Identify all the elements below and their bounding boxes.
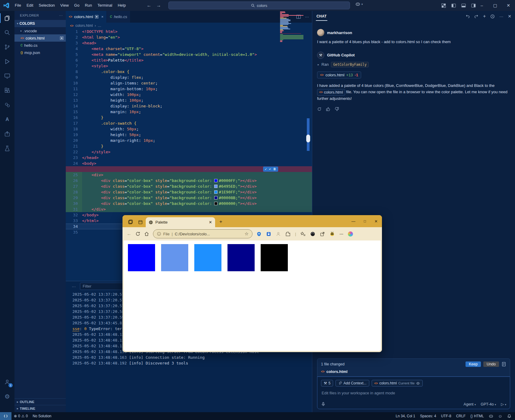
current-file-chip[interactable]: <> colors.html Current file <box>372 380 423 387</box>
redo-icon[interactable] <box>474 14 478 18</box>
collections-icon[interactable] <box>310 231 315 237</box>
minimap[interactable] <box>280 11 304 44</box>
code-line-5[interactable]: 5 <meta name="viewport" content="width=d… <box>66 52 312 57</box>
activity-azure-icon[interactable]: A <box>0 112 14 127</box>
settings-gear-icon[interactable]: ⚙ <box>0 389 14 404</box>
code-line-29[interactable]: 29 <div class="color-box" style="backgro… <box>66 195 312 201</box>
browser-maximize-button[interactable]: □ <box>364 219 366 223</box>
menu-run[interactable]: Run <box>82 0 95 11</box>
code-line-7[interactable]: 7 <style> <box>66 63 312 69</box>
thumbs-up-icon[interactable] <box>326 107 330 111</box>
inline-file-chip[interactable]: <>colors.html <box>317 89 345 96</box>
tab-close-icon[interactable]: × <box>101 14 104 19</box>
code-line-14[interactable]: 14 display: inline-block; <box>66 103 312 109</box>
chat-input-box[interactable]: ⚒ 5 Add Context... <> colors.html Curren… <box>317 377 510 409</box>
code-line-13[interactable]: 13 height: 100px; <box>66 97 312 103</box>
accounts-icon[interactable]: 1 <box>0 375 14 389</box>
activity-remote-explorer-icon[interactable] <box>0 69 14 83</box>
retry-icon[interactable] <box>317 107 322 111</box>
add-context-chip[interactable]: Add Context... <box>335 380 369 387</box>
command-center-search[interactable]: colors <box>168 2 350 9</box>
code-line-11[interactable]: 11 margin-bottom: 10px; <box>66 86 312 92</box>
code-line-4[interactable]: 4 <meta charset="UTF-8"> <box>66 46 312 52</box>
editor-more-actions-icon[interactable]: ··· <box>305 14 309 19</box>
profile-extension-icon[interactable] <box>276 231 281 237</box>
menu-go[interactable]: Go <box>72 0 82 11</box>
breadcrumb[interactable]: <> colors.html › … <box>66 23 312 29</box>
language-mode[interactable]: {}HTML <box>468 414 486 418</box>
undo-icon[interactable] <box>466 14 470 18</box>
shield-extension-icon[interactable] <box>256 231 262 237</box>
tab-chat[interactable]: CHAT <box>316 12 327 21</box>
activity-deploy-icon[interactable] <box>0 127 14 141</box>
code-line-3[interactable]: 3<head> <box>66 40 312 46</box>
activity-source-control-icon[interactable] <box>0 40 14 54</box>
activity-search-icon[interactable] <box>0 25 14 40</box>
code-line-18[interactable]: 18 width: 50px; <box>66 126 312 132</box>
changed-file-row[interactable]: <> colors.html <box>321 369 506 374</box>
code-line-10[interactable]: 10 align-items: center; <box>66 80 312 86</box>
solution-status[interactable]: No Solution <box>30 414 54 418</box>
color-chip[interactable] <box>214 196 218 199</box>
code-line-27[interactable]: 27 <div class="color-box" style="backgro… <box>66 183 312 189</box>
code-line-6[interactable]: 6 <title>Palette</title> <box>66 57 312 63</box>
copilot-status-icon[interactable] <box>486 414 496 418</box>
window-close-button[interactable]: ✕ <box>502 0 515 11</box>
menu-help[interactable]: Help <box>115 0 129 11</box>
encoding[interactable]: UTF-8 <box>439 414 454 418</box>
timeline-section[interactable]: ▸ TIMELINE <box>14 405 66 412</box>
thumbs-down-icon[interactable] <box>335 107 339 111</box>
puzzle-extension-icon[interactable] <box>285 231 291 237</box>
color-chip[interactable] <box>214 202 218 205</box>
code-line-8[interactable]: 8 .color-box { <box>66 69 312 75</box>
password-manager-icon[interactable] <box>266 231 271 237</box>
changed-file-pill[interactable]: <> colors.html +13 -1 <box>317 72 361 78</box>
eol-sequence[interactable]: CRLF <box>454 414 468 418</box>
activity-organization-icon[interactable] <box>0 98 14 112</box>
view-changes-icon[interactable] <box>501 362 506 367</box>
activity-run-debug-icon[interactable] <box>0 54 14 69</box>
color-chip[interactable] <box>214 179 218 182</box>
favorites-bar-icon[interactable] <box>300 231 306 237</box>
browser-refresh-icon[interactable] <box>135 231 140 236</box>
undo-button[interactable]: Undo <box>483 361 499 367</box>
mode-picker[interactable]: Agent ▾ <box>464 402 476 406</box>
code-line-21[interactable]: 21 } <box>66 143 312 149</box>
layout-grid-icon[interactable] <box>441 3 446 8</box>
copilot-menu-button[interactable]: ▾ <box>355 2 363 7</box>
browser-more-icon[interactable]: ··· <box>339 232 343 236</box>
diff-review-toolbar[interactable]: ✓↶🗎 <box>263 167 278 172</box>
file-row-hello-cs[interactable]: C hello.cs <box>14 42 66 49</box>
chat-input-placeholder[interactable]: Edit files in your workspace in agent mo… <box>322 391 506 395</box>
browser-back-icon[interactable]: ← <box>127 231 132 237</box>
share-icon[interactable] <box>320 231 325 237</box>
accept-change-icon[interactable]: ✓ <box>265 166 267 172</box>
code-line-12[interactable]: 12 width: 100px; <box>66 92 312 97</box>
new-chat-icon[interactable]: + <box>483 14 486 19</box>
new-tab-button[interactable]: + <box>219 219 222 225</box>
chat-close-icon[interactable]: ✕ <box>508 14 511 19</box>
code-line-23[interactable]: 23</head> <box>66 155 312 161</box>
code-line-16[interactable]: 16 } <box>66 115 312 120</box>
menu-edit[interactable]: Edit <box>24 0 36 11</box>
microphone-icon[interactable] <box>321 402 326 406</box>
problems-indicator[interactable]: ⊗0 ⚠0 <box>11 414 30 418</box>
bee-extension-icon[interactable] <box>329 231 335 237</box>
activity-flask-icon[interactable] <box>0 141 14 156</box>
code-line-19[interactable]: 19 height: 50px; <box>66 132 312 138</box>
window-maximize-button[interactable]: ▢ <box>488 0 502 11</box>
menu-file[interactable]: File <box>12 0 24 11</box>
tab-hello-cs[interactable]: C hello.cs <box>107 11 130 23</box>
chat-more-actions-icon[interactable]: ··· <box>499 14 503 19</box>
feedback-smiley-icon[interactable]: ☺ <box>496 414 505 418</box>
code-line-1[interactable]: 1<!DOCTYPE html> <box>66 29 312 34</box>
code-line-26[interactable]: 26 <div class="color-box" style="backgro… <box>66 178 312 183</box>
toggle-panel-bottom-icon[interactable] <box>461 3 466 8</box>
code-line-28[interactable]: 28 <div class="color-box" style="backgro… <box>66 189 312 195</box>
folder-section-colors[interactable]: ▾ COLORS <box>14 20 66 27</box>
tool-run-row[interactable]: ▸ Ran GetColorByFamily <box>318 62 510 67</box>
workspaces-icon[interactable] <box>128 220 133 224</box>
browser-minimize-button[interactable]: — <box>351 219 355 224</box>
tab-actions-icon[interactable] <box>138 220 143 224</box>
tools-chip[interactable]: ⚒ 5 <box>321 380 333 387</box>
